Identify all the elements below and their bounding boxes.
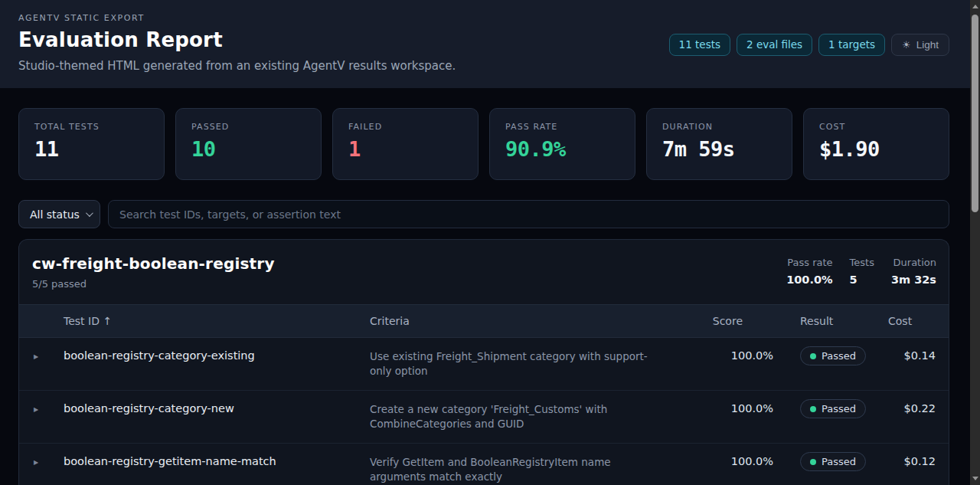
filter-row: All status	[18, 200, 949, 228]
expand-caret-icon[interactable]: ▶	[33, 455, 64, 466]
column-header-criteria[interactable]: Criteria	[370, 315, 691, 327]
column-header-test-id[interactable]: Test ID ↑	[64, 315, 370, 327]
stat-card-duration: DURATION 7m 59s	[646, 108, 792, 180]
table-header-row: Test ID ↑ Criteria Score Result Cost	[19, 304, 949, 338]
status-filter-value: All status	[30, 208, 80, 221]
stat-value: 10	[191, 137, 305, 161]
search-input[interactable]	[108, 200, 949, 228]
criteria-text: Verify GetItem and BooleanRegistryItem n…	[370, 455, 691, 484]
stat-value: 90.9%	[505, 137, 619, 161]
stat-label: FAILED	[348, 122, 462, 132]
result-cell: Passed	[773, 399, 888, 418]
stat-label: PASSED	[191, 122, 305, 132]
scrollbar[interactable]	[970, 0, 980, 485]
chevron-down-icon	[86, 209, 93, 217]
score-value: 100.0%	[691, 455, 773, 467]
scroll-down-icon[interactable]	[972, 477, 978, 480]
table-row[interactable]: ▶ boolean-registry-category-existing Use…	[19, 338, 949, 391]
suite-stats: Pass rate 100.0% Tests 5 Duration 3m 32s	[786, 257, 936, 286]
suite-stat-label: Duration	[891, 257, 936, 268]
theme-toggle-label: Light	[916, 38, 939, 51]
summary-stats-row: TOTAL TESTS 11 PASSED 10 FAILED 1 PASS R…	[18, 108, 949, 180]
suite-stat-duration: Duration 3m 32s	[891, 257, 936, 286]
table-row[interactable]: ▶ boolean-registry-category-new Create a…	[19, 391, 949, 444]
cost-value: $0.14	[888, 349, 949, 362]
page-header: AGENTV STATIC EXPORT Evaluation Report S…	[0, 0, 970, 88]
stat-card-failed: FAILED 1	[332, 108, 479, 180]
page-subtitle: Studio-themed HTML generated from an exi…	[18, 59, 949, 73]
criteria-text: Create a new category 'Freight_Customs' …	[370, 402, 691, 431]
main-content: TOTAL TESTS 11 PASSED 10 FAILED 1 PASS R…	[0, 88, 970, 485]
cost-value: $0.12	[888, 455, 949, 467]
scrollbar-thumb[interactable]	[972, 15, 978, 212]
suite-stat-value: 5	[850, 274, 874, 286]
score-value: 100.0%	[691, 349, 773, 362]
theme-toggle-button[interactable]: ☀ Light	[891, 34, 949, 56]
suite-stat-pass-rate: Pass rate 100.0%	[786, 257, 832, 286]
column-header-cost[interactable]: Cost	[888, 315, 950, 327]
stat-value: 7m 59s	[662, 137, 776, 161]
test-id: boolean-registry-category-new	[64, 402, 370, 415]
stat-card-total-tests: TOTAL TESTS 11	[18, 108, 165, 180]
suite-stat-value: 100.0%	[786, 274, 832, 286]
header-badges: 11 tests 2 eval files 1 targets ☀ Light	[669, 34, 949, 56]
passed-dot-icon	[810, 353, 816, 359]
targets-badge: 1 targets	[818, 34, 885, 56]
status-badge: Passed	[800, 346, 866, 365]
suite-header: cw-freight-boolean-registry 5/5 passed P…	[19, 240, 949, 304]
status-badge-label: Passed	[822, 350, 856, 362]
suite-stat-tests: Tests 5	[850, 257, 874, 286]
stat-value: $1.90	[819, 137, 933, 161]
test-id: boolean-registry-getitem-name-match	[64, 455, 370, 467]
column-header-score[interactable]: Score	[691, 315, 773, 327]
criteria-text: Use existing Freight_Shipment category w…	[370, 349, 691, 378]
status-filter-select[interactable]: All status	[18, 200, 100, 228]
stat-card-passed: PASSED 10	[175, 108, 322, 180]
evaluation-report-page: AGENTV STATIC EXPORT Evaluation Report S…	[0, 0, 970, 485]
stat-card-pass-rate: PASS RATE 90.9%	[489, 108, 635, 180]
stat-label: DURATION	[662, 122, 776, 132]
column-header-result[interactable]: Result	[773, 315, 888, 327]
sun-icon: ☀	[902, 38, 911, 51]
test-id: boolean-registry-category-existing	[64, 349, 370, 362]
stat-card-cost: COST $1.90	[803, 108, 949, 180]
status-badge: Passed	[800, 399, 866, 418]
stat-value: 11	[34, 137, 149, 161]
result-cell: Passed	[773, 452, 888, 471]
status-badge-label: Passed	[822, 403, 856, 415]
expand-caret-icon[interactable]: ▶	[33, 349, 64, 360]
suite-section: cw-freight-boolean-registry 5/5 passed P…	[18, 239, 949, 485]
stat-label: TOTAL TESTS	[34, 122, 149, 132]
cost-value: $0.22	[888, 402, 949, 415]
eyebrow-label: AGENTV STATIC EXPORT	[18, 13, 949, 23]
stat-value: 1	[348, 137, 462, 161]
eval-files-badge: 2 eval files	[737, 34, 812, 56]
suite-stat-value: 3m 32s	[891, 274, 936, 286]
expand-caret-icon[interactable]: ▶	[33, 402, 64, 413]
status-badge: Passed	[800, 452, 866, 471]
passed-dot-icon	[810, 459, 816, 465]
scroll-up-icon[interactable]	[972, 5, 978, 8]
passed-dot-icon	[810, 406, 816, 412]
suite-stat-label: Pass rate	[786, 257, 832, 268]
result-cell: Passed	[773, 346, 888, 365]
stat-label: COST	[819, 122, 933, 132]
score-value: 100.0%	[691, 402, 773, 415]
stat-label: PASS RATE	[505, 122, 619, 132]
tests-count-badge: 11 tests	[669, 34, 730, 56]
suite-stat-label: Tests	[850, 257, 874, 268]
table-row[interactable]: ▶ boolean-registry-getitem-name-match Ve…	[19, 444, 949, 485]
status-badge-label: Passed	[822, 456, 856, 467]
